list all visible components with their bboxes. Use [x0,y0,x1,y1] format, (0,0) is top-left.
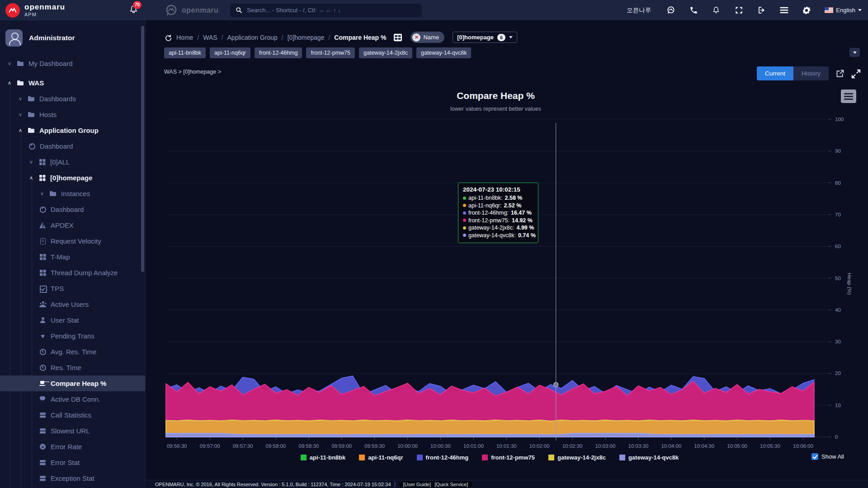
sidebar-item-pending-trans[interactable]: Pending Trans [0,328,145,344]
sidebar-item-t-map[interactable]: T-Map [0,249,145,265]
breadcrumb-was[interactable]: WAS [203,34,217,41]
openmaru-monitor-icon[interactable] [666,6,675,15]
sidebar-item-was[interactable]: ∧WAS [0,75,145,91]
folder-icon [17,79,24,87]
sidebar-item-application-group[interactable]: ∧Application Group [0,122,145,138]
search-input[interactable] [247,7,416,14]
grid-icon [38,174,46,182]
sidebar-item-error-stat[interactable]: Error Stat [0,455,145,470]
settings-gear-icon[interactable] [802,6,811,15]
svg-text:09:57:30: 09:57:30 [233,443,253,449]
breadcrumb-application-group[interactable]: Application Group [227,34,278,41]
instance-tag-gateway-14-qvc8k[interactable]: gateway-14-qvc8k [416,47,471,58]
sidebar-item-dashboards[interactable]: ∨Dashboards [0,91,145,107]
current-user[interactable]: 오픈나루 [627,6,651,14]
sidebar-item-avg-res-time[interactable]: Avg. Res. Time [0,344,145,360]
instance-tag-gateway-14-2jx8c[interactable]: gateway-14-2jx8c [359,47,412,58]
sidebar-item-compare-heap[interactable]: Compare Heap % [0,375,145,391]
user-icon [39,316,47,324]
breadcrumb: Home/WAS/Application Group/[0]homepage/C… [176,34,386,41]
chart-menu-button[interactable] [841,89,856,103]
legend-label: front-12-pmw75 [491,454,535,461]
tooltip-series-value: 14.92 % [512,217,533,225]
sidebar-item-thread-dump-analyze[interactable]: Thread Dump Analyze [0,265,145,281]
sidebar-item-call-statistics[interactable]: Call Statistics [0,407,145,423]
expand-screen-icon[interactable] [734,6,743,15]
scope-dropdown[interactable]: [0]homepage 6 [453,32,517,43]
road-icon [39,221,47,229]
bars-icon [39,459,47,466]
legend-item-front-12-pmw75[interactable]: front-12-pmw75 [482,454,535,461]
users-icon [39,300,47,308]
language-selector[interactable]: English [825,7,862,14]
current-button[interactable]: Current [757,66,793,80]
sidebar-item-active-users[interactable]: Active Users [0,296,145,312]
sidebar-item-apdex[interactable]: APDEX [0,217,145,233]
sidebar-item-dashboard[interactable]: Dashboard [0,202,145,217]
legend-item-front-12-46hmg[interactable]: front-12-46hmg [417,454,469,461]
legend-item-api-11-nq6qr[interactable]: api-11-nq6qr [359,454,403,461]
sidebar-item-instances[interactable]: ∨Instances [0,186,145,202]
logout-icon[interactable] [757,6,766,15]
svg-text:10:05:00: 10:05:00 [727,443,747,449]
sidebar-scrollbar[interactable] [141,26,144,272]
sidebar-item-dashboard[interactable]: Dashboard [0,138,145,154]
app-logo[interactable]: openmaru APM [0,3,95,18]
phone-icon[interactable] [689,6,698,15]
caret-down-icon: ∨ [17,112,24,117]
refresh-icon[interactable] [164,33,172,41]
footer-link-quick-service[interactable]: [Quick Service] [434,482,468,487]
sidebar-item-res-time[interactable]: Res. Time [0,360,145,375]
sidebar-item-label: [0]ALL [50,158,70,166]
tooltip-series-name: front-12-pmw75: [468,217,509,225]
layout-grid-icon[interactable] [393,33,402,42]
menu-icon[interactable] [779,6,788,15]
svg-text:09:59:00: 09:59:00 [331,443,352,449]
history-button[interactable]: History [793,66,829,80]
sidebar-item-slowest-url[interactable]: Slowest URL [0,423,145,439]
instance-tag-api-11-bn8bk[interactable]: api-11-bn8bk [164,47,206,58]
alerts-bell-icon[interactable] [712,6,721,15]
instance-tag-front-12-46hmg[interactable]: front-12-46hmg [255,47,302,58]
svg-text:09:57:00: 09:57:00 [200,443,220,449]
legend-swatch-icon [359,455,365,460]
fullscreen-icon[interactable] [851,69,861,79]
legend-item-api-11-bn8bk[interactable]: api-11-bn8bk [301,454,345,461]
collapse-panel-button[interactable] [849,48,860,57]
sidebar-item-user-stat[interactable]: User Stat [0,312,145,328]
clear-filter-icon[interactable]: ✕ [412,33,420,42]
sidebar-item-tps[interactable]: TPS [0,281,145,296]
sidebar-item-my-dashboard[interactable]: ∨My Dashboard [0,56,145,71]
sidebar-item-error-rate[interactable]: Error Rate [0,439,145,455]
stack-icon [39,237,47,245]
sidebar-item-exception-stat[interactable]: Exception Stat [0,470,145,486]
show-all-toggle[interactable]: Show All [811,453,844,460]
sidebar-item-request-velocity[interactable]: Request Velocity [0,233,145,249]
sidebar-item-label: Dashboard [51,206,84,213]
breadcrumb-home[interactable]: Home [176,34,193,41]
legend-swatch-icon [301,455,307,460]
global-search [230,4,422,17]
notifications-button[interactable]: 70 [129,5,138,16]
breadcrumb-0-homepage[interactable]: [0]homepage [288,34,325,41]
cup-icon [39,380,47,387]
instance-tag-front-12-pmw75[interactable]: front-12-pmw75 [306,47,355,58]
sidebar-item-hosts[interactable]: ∨Hosts [0,107,145,122]
tooltip-series-value: 0.74 % [518,232,536,239]
legend-item-gateway-14-2jx8c[interactable]: gateway-14-2jx8c [548,454,606,461]
sidebar-item-0-homepage[interactable]: ∧[0]homepage [0,170,145,186]
sidebar-item-label: My Dashboard [28,60,73,67]
sidebar-item-label: [0]homepage [50,174,92,182]
instance-tag-api-11-nq6qr[interactable]: api-11-nq6qr [210,47,250,58]
name-filter-pill[interactable]: ✕ Name [410,32,444,43]
sidebar-item-label: User Stat [51,316,79,324]
heap-area-chart[interactable]: 010203040506070809010009:56:3009:57:0009… [164,114,859,452]
footer-link-user-guide[interactable]: [User Guide] [403,482,431,487]
sidebar-item-0-all[interactable]: ∨[0]ALL [0,154,145,170]
open-external-icon[interactable] [835,69,845,78]
legend-item-gateway-14-qvc8k[interactable]: gateway-14-qvc8k [619,454,679,461]
caret-down-icon: ∨ [6,61,13,66]
profile-block[interactable]: Administrator [0,20,145,48]
legend-swatch-icon [619,455,625,460]
sidebar-item-active-db-conn[interactable]: Active DB Conn. [0,391,145,407]
